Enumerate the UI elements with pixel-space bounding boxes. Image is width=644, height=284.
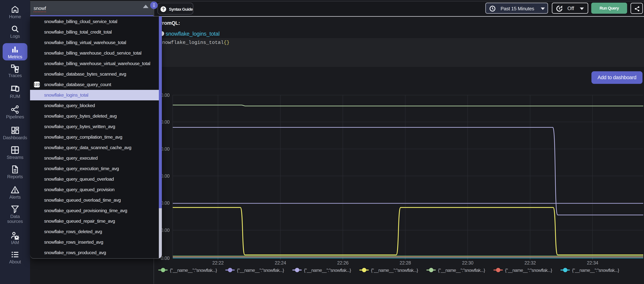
svg-text:22:32: 22:32 [524,260,536,266]
svg-text:0.00: 0.00 [161,93,170,98]
svg-text:0.00: 0.00 [161,119,170,125]
svg-text:22:30: 22:30 [462,260,474,266]
svg-text:0.00: 0.00 [161,173,170,179]
svg-text:0.00: 0.00 [161,228,170,233]
svg-text:22:24: 22:24 [275,260,286,266]
svg-text:0.00: 0.00 [161,256,170,261]
svg-text:0.00: 0.00 [161,146,170,152]
svg-text:22:22: 22:22 [212,260,224,266]
svg-text:22:34: 22:34 [587,260,598,266]
svg-text:22:28: 22:28 [400,260,411,266]
svg-text:22:26: 22:26 [337,260,349,266]
svg-text:0.00: 0.00 [161,200,170,206]
